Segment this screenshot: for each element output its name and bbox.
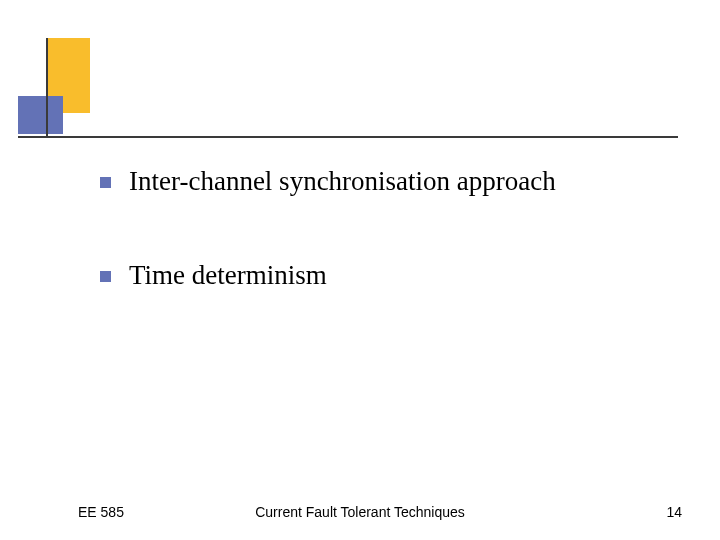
bullet-square-icon	[100, 271, 111, 282]
footer-page-number: 14	[666, 504, 682, 520]
footer-left: EE 585	[78, 504, 124, 520]
bullet-text: Time determinism	[129, 259, 327, 291]
slide-footer: EE 585 Current Fault Tolerant Techniques…	[0, 504, 720, 520]
slide-content: Inter-channel synchronisation approach T…	[100, 165, 660, 354]
decoration-blue-block	[18, 96, 63, 134]
decoration-vertical-line	[46, 38, 48, 138]
decoration-horizontal-line	[18, 136, 678, 138]
slide-decoration	[18, 38, 128, 148]
footer-center: Current Fault Tolerant Techniques	[255, 504, 465, 520]
bullet-text: Inter-channel synchronisation approach	[129, 165, 556, 197]
bullet-item: Time determinism	[100, 259, 660, 291]
bullet-square-icon	[100, 177, 111, 188]
bullet-item: Inter-channel synchronisation approach	[100, 165, 660, 197]
